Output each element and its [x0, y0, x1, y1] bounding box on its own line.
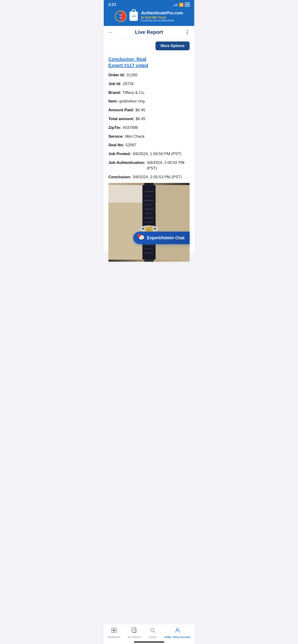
more-options-icon[interactable]: ⋮: [184, 29, 190, 35]
seal-no-label: Seal No:: [108, 142, 124, 148]
logo-text: AuthenticatePro.com In God We Trust Ever…: [141, 11, 183, 22]
chat-button-label: Expert/Admin Chat: [147, 236, 184, 240]
signal-icon: [173, 3, 178, 6]
conclusion-heading: Conclusion: Real: [108, 56, 190, 62]
job-id-row: Job Id: 28726: [108, 81, 190, 87]
conclusion-date-value: 3/8/2024, 2:05:53 PM (PST): [133, 174, 182, 180]
job-auth-row: Job Authentication: 3/8/2024, 2:00:02 PM…: [108, 160, 190, 171]
real-not-logo: Real|Not: [115, 10, 127, 22]
page-title: Live Report: [114, 29, 184, 35]
seal-no-row: Seal No: 52067: [108, 142, 190, 148]
logo-container: Real|Not #AP AuthenticatePro.com In God …: [115, 10, 183, 22]
job-posted-row: Job Posted: 3/8/2024, 1:58:56 PM (PST): [108, 151, 190, 157]
amount-paid-row: Amount Paid: $6.45: [108, 107, 190, 113]
order-id-label: Order Id:: [108, 72, 125, 78]
status-time: 2:21: [108, 2, 116, 7]
item-row: Item: gold/silver ring: [108, 98, 190, 104]
expert-voted: Expert #117 voted: [108, 63, 190, 68]
report-body: Conclusion: Real Expert #117 voted Order…: [104, 52, 194, 252]
product-image: [108, 183, 190, 262]
battery-indicator: 40: [185, 2, 190, 7]
amount-paid-value: $6.45: [136, 107, 146, 113]
job-posted-label: Job Posted:: [108, 151, 131, 157]
expert-admin-chat-button[interactable]: 💬 Expert/Admin Chat: [133, 232, 190, 244]
conclusion-date-label: Conclusion:: [108, 174, 131, 180]
product-image-section: 💬 Expert/Admin Chat: [108, 183, 190, 246]
brand-label: Brand:: [108, 90, 121, 96]
seal-no-value: 52067: [126, 142, 136, 148]
order-id-row: Order Id: 31260: [108, 72, 190, 78]
total-amount-value: $6.45: [136, 116, 146, 122]
app-header: Real|Not #AP AuthenticatePro.com In God …: [104, 8, 194, 26]
more-options-bar: More Options: [104, 39, 194, 52]
back-button[interactable]: ←: [108, 29, 114, 35]
logo-sub-tagline: Everything else we Authenticate: [141, 19, 183, 22]
nav-bar: ← Live Report ⋮: [104, 26, 194, 39]
ziptie-value: #037896: [123, 125, 138, 130]
conclusion-row: Conclusion: 3/8/2024, 2:05:53 PM (PST): [108, 174, 190, 180]
main-content: More Options Conclusion: Real Expert #11…: [104, 39, 194, 252]
logo-bag: #AP: [129, 10, 139, 22]
ziptie-label: ZipTie:: [108, 125, 121, 130]
svg-rect-23: [108, 185, 143, 203]
wifi-icon: 📶: [179, 2, 184, 7]
order-id-value: 31260: [127, 72, 137, 78]
amount-paid-label: Amount Paid:: [108, 107, 134, 113]
logo-tagline: In God We Trust: [141, 16, 183, 19]
svg-rect-2: [152, 185, 190, 260]
ziptie-row: ZipTie: #037896: [108, 125, 190, 130]
status-bar: 2:21 📶 40: [104, 0, 194, 8]
job-id-label: Job Id:: [108, 81, 121, 87]
site-name: AuthenticatePro.com: [141, 11, 183, 16]
brand-value: Tiffany & Co.: [123, 90, 145, 96]
job-auth-label: Job Authentication:: [108, 160, 145, 166]
job-id-value: 28726: [123, 81, 134, 87]
more-options-button[interactable]: More Options: [155, 42, 190, 50]
total-amount-row: Total amount: $6.45: [108, 116, 190, 122]
bag-text: #AP: [132, 15, 136, 18]
service-row: Service: Mini Check: [108, 134, 190, 139]
status-icons: 📶 40: [173, 2, 190, 7]
service-label: Service:: [108, 134, 124, 139]
svg-point-21: [149, 226, 153, 229]
item-value: gold/silver ring: [119, 98, 145, 104]
brand-row: Brand: Tiffany & Co.: [108, 90, 190, 96]
job-auth-value: 3/8/2024, 2:00:02 PM (PST): [147, 160, 190, 171]
total-amount-label: Total amount:: [108, 116, 134, 122]
item-label: Item:: [108, 98, 118, 104]
svg-point-22: [150, 226, 152, 228]
job-posted-value: 3/8/2024, 1:58:56 PM (PST): [132, 151, 181, 157]
service-value: Mini Check: [125, 134, 145, 139]
